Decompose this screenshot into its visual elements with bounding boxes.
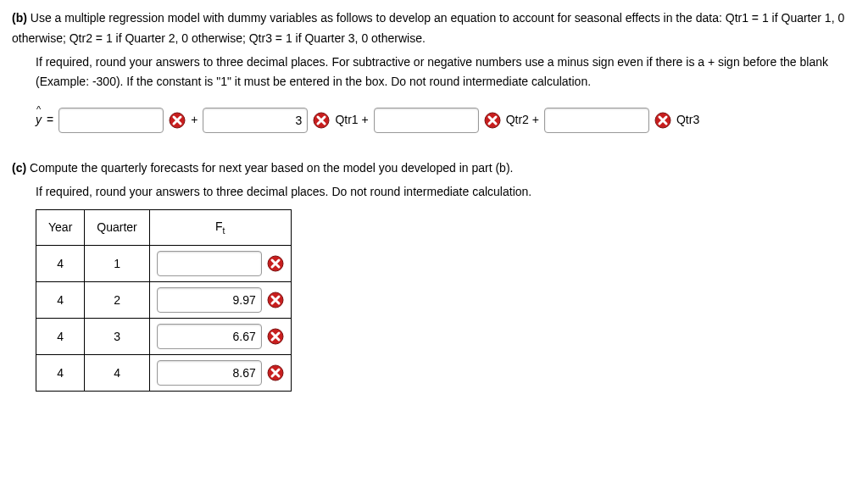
table-row: 4 1	[36, 246, 292, 282]
y-hat: y	[36, 110, 42, 131]
table-row: 4 4	[36, 355, 292, 392]
ft-input-2[interactable]	[157, 287, 262, 313]
table-row: 4 3	[36, 319, 292, 355]
incorrect-icon	[484, 112, 501, 129]
cell-quarter: 4	[85, 355, 149, 392]
part-c-text1: Compute the quarterly forecasts for next…	[30, 161, 513, 175]
incorrect-icon	[313, 112, 330, 129]
incorrect-icon	[267, 328, 284, 345]
ft-input-4[interactable]	[157, 360, 262, 386]
part-b-label: (b)	[12, 11, 27, 25]
incorrect-icon	[654, 112, 671, 129]
cell-year: 4	[36, 355, 85, 392]
ft-input-3[interactable]	[157, 324, 262, 349]
b2-input[interactable]	[374, 108, 479, 133]
b1-input[interactable]	[203, 108, 308, 133]
b0-input[interactable]	[58, 108, 164, 133]
incorrect-icon	[267, 364, 284, 381]
cell-quarter: 3	[85, 319, 149, 355]
col-quarter: Quarter	[85, 209, 149, 246]
part-b-text2: If required, round your answers to three…	[36, 53, 856, 93]
cell-year: 4	[36, 319, 85, 355]
cell-quarter: 1	[85, 246, 149, 282]
part-b-text1: Use a multiple regression model with dum…	[12, 11, 844, 45]
col-year: Year	[36, 209, 85, 246]
forecast-table: Year Quarter Ft 4 1	[36, 209, 292, 392]
part-c-label: (c)	[12, 161, 26, 175]
part-c: (c) Compute the quarterly forecasts for …	[12, 158, 856, 392]
equals-sign: =	[47, 110, 53, 131]
cell-quarter: 2	[85, 282, 149, 319]
table-header-row: Year Quarter Ft	[36, 209, 292, 246]
incorrect-icon	[169, 112, 186, 129]
qtr1-term: Qtr1 +	[335, 110, 368, 131]
qtr3-term: Qtr3	[676, 110, 699, 131]
regression-equation: y = + Qtr1 + Qtr2 + Qtr3	[36, 108, 856, 133]
part-c-text2: If required, round your answers to three…	[36, 182, 856, 203]
table-row: 4 2	[36, 282, 292, 319]
ft-input-1[interactable]	[157, 251, 262, 276]
qtr2-term: Qtr2 +	[506, 110, 539, 131]
incorrect-icon	[267, 255, 284, 272]
cell-year: 4	[36, 246, 85, 282]
b3-input[interactable]	[544, 108, 649, 133]
col-ft: Ft	[149, 209, 291, 246]
plus-1: +	[191, 110, 198, 131]
cell-year: 4	[36, 282, 85, 319]
part-b: (b) Use a multiple regression model with…	[12, 8, 856, 133]
incorrect-icon	[267, 292, 284, 308]
